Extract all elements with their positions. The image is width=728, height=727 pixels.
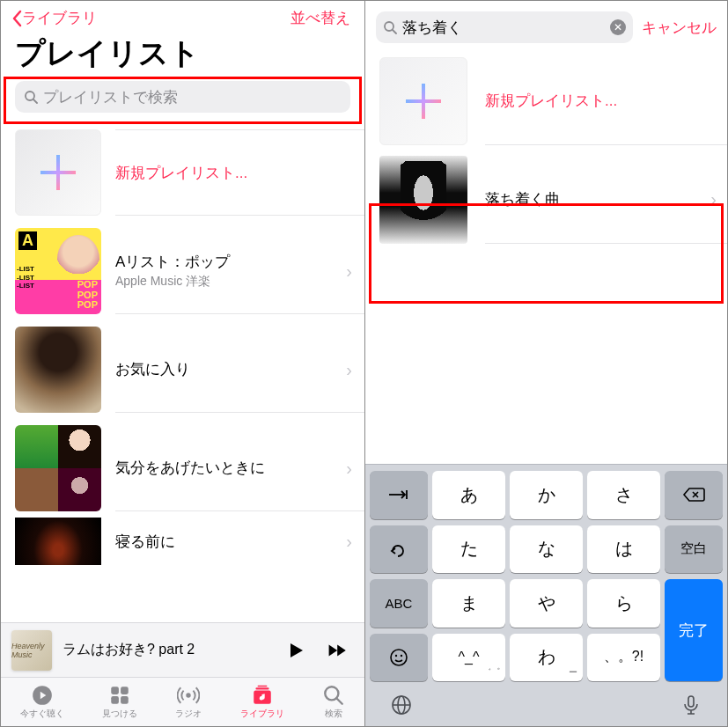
results-list: 新規プレイリスト... 落ち着く曲 › bbox=[365, 52, 727, 464]
tab-radio[interactable]: ラジオ bbox=[175, 685, 202, 720]
search-placeholder: プレイリストで検索 bbox=[43, 87, 178, 107]
svg-rect-10 bbox=[257, 685, 267, 687]
now-playing-art: Heavenly Music bbox=[11, 630, 52, 671]
key-undo[interactable] bbox=[370, 525, 428, 574]
key-kana[interactable]: や bbox=[510, 579, 583, 628]
result-name: 落ち着く曲 bbox=[485, 189, 560, 209]
back-label: ライブラリ bbox=[22, 8, 97, 28]
library-icon bbox=[251, 685, 274, 706]
search-icon bbox=[322, 685, 345, 706]
now-playing-bar[interactable]: Heavenly Music ラムはお好き? part 2 bbox=[1, 622, 364, 677]
chevron-left-icon bbox=[11, 10, 22, 27]
tab-bar: 今すぐ聴く 見つける ラジオ ライブラリ 検索 bbox=[1, 677, 364, 726]
key-kana[interactable]: ^_^゛゜ bbox=[432, 634, 505, 682]
playlist-row[interactable]: 寝る前に › bbox=[1, 518, 364, 565]
key-tab[interactable] bbox=[370, 471, 428, 519]
playlist-row[interactable]: お気に入り › bbox=[1, 320, 364, 419]
cancel-button[interactable]: キャンセル bbox=[642, 18, 717, 38]
playlist-name: 寝る前に bbox=[115, 532, 338, 552]
mic-icon[interactable] bbox=[680, 694, 702, 716]
key-kana[interactable]: た bbox=[432, 525, 505, 574]
play-circle-icon bbox=[31, 685, 54, 706]
radio-icon bbox=[177, 685, 200, 706]
key-kana[interactable]: な bbox=[510, 525, 583, 574]
tab-search[interactable]: 検索 bbox=[322, 685, 345, 720]
sort-button[interactable]: 並べ替え bbox=[290, 8, 354, 28]
new-playlist-label: 新規プレイリスト... bbox=[115, 163, 338, 183]
result-art bbox=[379, 156, 467, 244]
svg-rect-4 bbox=[121, 687, 129, 694]
playlist-name: お気に入り bbox=[115, 359, 338, 379]
key-done[interactable]: 完了 bbox=[665, 579, 723, 681]
key-backspace[interactable] bbox=[665, 471, 723, 519]
nav-bar: ライブラリ 並べ替え bbox=[1, 1, 364, 32]
key-kana[interactable]: 、。?! bbox=[587, 634, 660, 682]
keyboard: あ か さ た な は 空白 ABC ま や ら 完了 ^_^゛゜ bbox=[365, 464, 727, 726]
svg-point-20 bbox=[395, 655, 397, 657]
plus-icon bbox=[379, 57, 467, 145]
svg-rect-6 bbox=[121, 696, 129, 704]
now-playing-title: ラムはお好き? part 2 bbox=[63, 641, 275, 659]
clear-icon[interactable]: ✕ bbox=[610, 19, 626, 35]
svg-rect-5 bbox=[111, 696, 119, 704]
tab-browse[interactable]: 見つける bbox=[102, 685, 137, 720]
search-icon bbox=[24, 90, 38, 104]
playlist-art bbox=[15, 425, 101, 511]
search-field[interactable]: ✕ bbox=[376, 11, 633, 43]
globe-icon[interactable] bbox=[390, 694, 413, 716]
playlist-row[interactable]: 気分をあげたいときに › bbox=[1, 419, 364, 518]
key-kana[interactable]: あ bbox=[432, 471, 505, 519]
back-button[interactable]: ライブラリ bbox=[11, 8, 97, 28]
playlist-art: -LIST-LIST-LIST bbox=[15, 228, 101, 314]
new-playlist-row[interactable]: 新規プレイリスト... bbox=[1, 123, 364, 222]
svg-line-12 bbox=[337, 698, 343, 704]
svg-line-14 bbox=[393, 30, 396, 33]
playlist-list: 新規プレイリスト... -LIST-LIST-LIST Aリスト：ポップ App… bbox=[1, 123, 364, 622]
playlist-art bbox=[15, 518, 101, 565]
grid-icon bbox=[108, 685, 131, 706]
chevron-right-icon: › bbox=[346, 261, 352, 281]
key-kana[interactable]: さ bbox=[587, 471, 660, 519]
playlists-screen: ライブラリ 並べ替え プレイリスト プレイリストで検索 新規プレイリスト... … bbox=[1, 1, 365, 726]
key-kana[interactable]: ま bbox=[432, 579, 505, 628]
search-input[interactable]: プレイリストで検索 bbox=[15, 81, 350, 113]
page-title: プレイリスト bbox=[1, 32, 364, 81]
chevron-right-icon: › bbox=[346, 359, 352, 379]
plus-icon bbox=[15, 129, 101, 216]
new-playlist-row[interactable]: 新規プレイリスト... bbox=[365, 52, 727, 151]
playlist-sub: Apple Music 洋楽 bbox=[115, 274, 338, 290]
svg-point-7 bbox=[187, 693, 191, 697]
playlist-row[interactable]: -LIST-LIST-LIST Aリスト：ポップ Apple Music 洋楽 … bbox=[1, 222, 364, 320]
key-kana[interactable]: ら bbox=[587, 579, 660, 628]
forward-icon[interactable] bbox=[327, 640, 349, 661]
key-kana[interactable]: わー bbox=[510, 634, 583, 682]
tab-listen-now[interactable]: 今すぐ聴く bbox=[20, 685, 64, 720]
chevron-right-icon: › bbox=[346, 458, 352, 478]
chevron-right-icon: › bbox=[346, 532, 352, 552]
playlist-art bbox=[15, 327, 101, 413]
svg-rect-3 bbox=[111, 687, 119, 694]
svg-point-21 bbox=[401, 655, 402, 657]
key-space[interactable]: 空白 bbox=[665, 525, 723, 574]
key-kana[interactable]: は bbox=[587, 525, 660, 574]
result-row[interactable]: 落ち着く曲 › bbox=[365, 151, 727, 249]
search-input[interactable] bbox=[402, 18, 610, 36]
key-kana[interactable]: か bbox=[510, 471, 583, 519]
playlist-name: Aリスト：ポップ bbox=[115, 252, 338, 272]
svg-rect-9 bbox=[255, 687, 268, 689]
svg-point-19 bbox=[391, 650, 407, 665]
new-playlist-label: 新規プレイリスト... bbox=[485, 91, 617, 111]
search-nav: ✕ キャンセル bbox=[365, 1, 727, 52]
key-abc[interactable]: ABC bbox=[370, 579, 428, 628]
playlist-name: 気分をあげたいときに bbox=[115, 458, 338, 478]
play-icon[interactable] bbox=[285, 640, 306, 661]
search-icon bbox=[383, 20, 397, 34]
svg-rect-25 bbox=[688, 696, 694, 707]
tab-library[interactable]: ライブラリ bbox=[240, 685, 284, 720]
chevron-right-icon: › bbox=[710, 189, 717, 209]
key-emoji[interactable] bbox=[370, 634, 428, 682]
svg-line-1 bbox=[33, 99, 37, 103]
search-results-screen: ✕ キャンセル 新規プレイリスト... 落ち着く曲 › あ bbox=[365, 1, 727, 726]
